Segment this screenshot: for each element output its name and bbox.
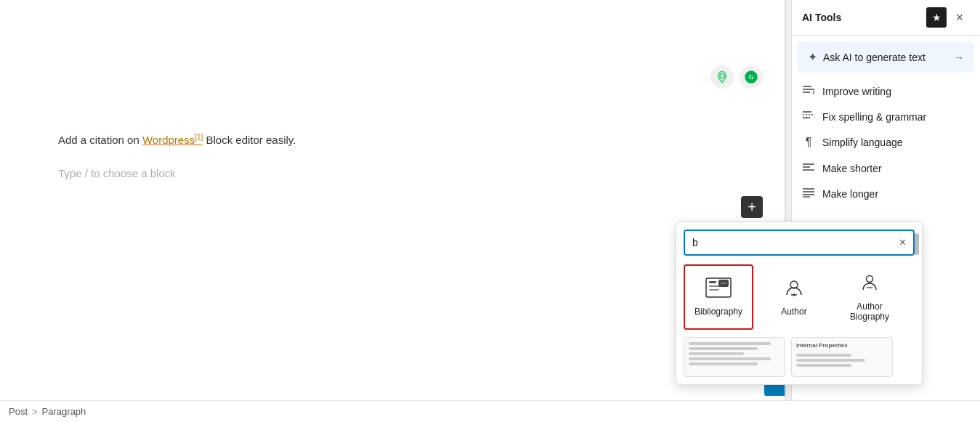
breadcrumb-post[interactable]: Post [9, 406, 28, 417]
ai-close-button[interactable]: × [949, 7, 970, 28]
ai-ask-text: Ask AI to generate text [823, 52, 926, 63]
ai-ask-item[interactable]: ✦ Ask AI to generate text → [798, 41, 974, 73]
editor-placeholder: Type / to choose a block [58, 167, 726, 179]
ai-header-actions: ★ × [926, 7, 970, 28]
block-picker-popup: × "" [676, 222, 923, 385]
ai-menu-list: Improve writing Fix spelling & grammar ¶… [792, 78, 980, 206]
map-pin-icon[interactable] [710, 65, 734, 89]
add-block-button[interactable]: + [741, 196, 763, 218]
ai-ask-left: ✦ Ask AI to generate text [808, 50, 926, 64]
svg-point-12 [867, 276, 873, 283]
spelling-grammar-label: Fix spelling & grammar [822, 111, 926, 123]
improve-writing-label: Improve writing [822, 86, 891, 97]
svg-rect-4 [709, 281, 716, 283]
block-item-bibliography[interactable]: "" Bibliography [684, 264, 753, 330]
make-longer-icon [802, 187, 815, 200]
sparkle-icon: ✦ [808, 50, 817, 64]
ai-menu-item-simplify[interactable]: ¶ Simplify language [792, 129, 980, 155]
preview-line [689, 352, 744, 355]
spelling-icon [802, 110, 815, 123]
svg-text:"": "" [721, 282, 726, 288]
bibliography-icon: "" [705, 277, 732, 302]
preview-line [796, 364, 851, 367]
author-biography-icon [859, 272, 880, 297]
ai-star-button[interactable]: ★ [926, 7, 947, 28]
wordpress-link[interactable]: Wordpress[1] [142, 134, 203, 146]
make-shorter-icon [802, 162, 815, 174]
preview-thumb-2: Internal Properties [791, 337, 893, 377]
block-item-author[interactable]: Author [759, 264, 829, 330]
ai-menu-item-longer[interactable]: Make longer [792, 181, 980, 206]
block-results-grid: "" Bibliography Auth [684, 264, 915, 330]
svg-point-0 [720, 74, 724, 78]
ai-menu-item-shorter[interactable]: Make shorter [792, 155, 980, 181]
ai-menu-item-spelling[interactable]: Fix spelling & grammar [792, 104, 980, 129]
block-search-input[interactable] [685, 231, 892, 254]
make-shorter-label: Make shorter [822, 163, 882, 174]
breadcrumb-separator: > [32, 406, 38, 417]
preview-thumb-1 [684, 337, 785, 377]
block-search-row: × [684, 230, 915, 256]
svg-rect-6 [709, 289, 719, 291]
preview-line [796, 359, 865, 362]
grammarly-icon[interactable]: G [740, 65, 763, 89]
paragraph-icon: ¶ [802, 136, 815, 149]
preview-line [796, 354, 851, 357]
preview-line [689, 342, 771, 345]
preview-line [689, 347, 758, 350]
preview-row: Internal Properties [684, 337, 915, 377]
preview-line [689, 362, 758, 365]
author-label: Author [781, 307, 806, 317]
editor-toolbar: G [710, 65, 763, 89]
svg-text:G: G [749, 73, 754, 81]
author-biography-label: Author Biography [841, 301, 898, 322]
ai-panel-header: AI Tools ★ × [792, 0, 980, 36]
make-longer-label: Make longer [822, 188, 878, 200]
arrow-right-icon: → [954, 52, 964, 63]
breadcrumb-current: Paragraph [42, 406, 86, 417]
author-icon [784, 277, 804, 302]
block-item-author-biography[interactable]: Author Biography [835, 264, 904, 330]
bibliography-label: Bibliography [694, 307, 742, 317]
editor-paragraph: Add a citation on Wordpress[1] Block edi… [58, 131, 726, 150]
improve-writing-icon [802, 85, 815, 97]
preview-line [689, 357, 771, 360]
ai-panel-title: AI Tools [802, 12, 841, 23]
simplify-language-label: Simplify language [822, 137, 903, 148]
ai-menu-item-improve[interactable]: Improve writing [792, 78, 980, 104]
block-search-clear-button[interactable]: × [892, 236, 913, 249]
bottom-bar: Post > Paragraph [0, 400, 980, 422]
